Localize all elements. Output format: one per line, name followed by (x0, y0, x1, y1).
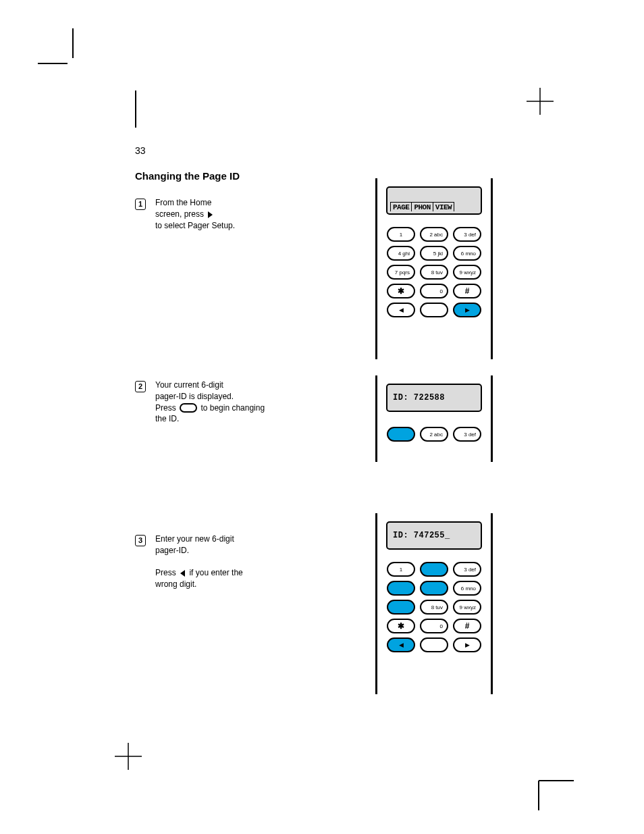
key-8-c[interactable]: 8 tuv (420, 600, 448, 615)
key-3-c[interactable]: 3 def (453, 562, 481, 577)
key-1-c[interactable]: 1 (387, 562, 415, 577)
key-7-c[interactable] (387, 600, 415, 615)
device-panel-1: PAGE PHON VIEW 1 2 abc 3 def 4 ghi 5 jkl… (375, 178, 493, 359)
keypad-3: 1 3 def 6 mno 8 tuv 9 wxyz ✱ 0 # ◀ ▶ (386, 562, 482, 652)
key-left-c[interactable]: ◀ (387, 637, 415, 652)
key-star[interactable]: ✱ (387, 284, 415, 298)
right-arrow-icon (208, 211, 213, 218)
key-star-c[interactable]: ✱ (387, 619, 415, 633)
key-right[interactable]: ▶ (453, 303, 481, 317)
lcd-screen-2: ID: 722588 (386, 384, 482, 412)
crop-mark-bl (115, 743, 142, 770)
left-arrow-icon (180, 570, 185, 577)
key-right-c[interactable]: ▶ (453, 637, 481, 652)
key-menu-c[interactable] (420, 637, 448, 652)
key-hash-c[interactable]: # (453, 619, 481, 633)
keypad-2: 2 abc 3 def (386, 427, 482, 442)
key-5-c[interactable] (420, 581, 448, 596)
key-9[interactable]: 9 wxyz (453, 265, 481, 280)
crop-mark-tl (38, 28, 78, 69)
key-5[interactable]: 5 jkl (420, 246, 448, 261)
key-4[interactable]: 4 ghi (387, 246, 415, 261)
key-1-b[interactable] (387, 427, 415, 442)
key-6[interactable]: 6 mno (453, 246, 481, 261)
lcd-screen-3: ID: 747255_ (386, 521, 482, 550)
instruction-3: 3 Enter your new 6-digit pager-ID. Press… (155, 533, 365, 590)
crop-mark-tr (527, 88, 554, 115)
page-number: 33 (135, 145, 146, 156)
key-1[interactable]: 1 (387, 227, 415, 242)
key-hash[interactable]: # (453, 284, 481, 298)
key-8[interactable]: 8 tuv (420, 265, 448, 280)
key-menu[interactable] (420, 303, 448, 317)
key-2-c[interactable] (420, 562, 448, 577)
lcd-tab-page: PAGE (390, 202, 412, 211)
key-0[interactable]: 0 (420, 284, 448, 298)
keypad-1: 1 2 abc 3 def 4 ghi 5 jkl 6 mno 7 pqrs 8… (386, 227, 482, 317)
key-7[interactable]: 7 pqrs (387, 265, 415, 280)
key-6-c[interactable]: 6 mno (453, 581, 481, 596)
key-left[interactable]: ◀ (387, 303, 415, 317)
crop-mark-inner-tl (126, 90, 146, 131)
key-2-b[interactable]: 2 abc (420, 427, 448, 442)
section-title: Changing the Page ID (135, 170, 240, 182)
key-3[interactable]: 3 def (453, 227, 481, 242)
crop-mark-br (533, 770, 574, 810)
key-4-c[interactable] (387, 581, 415, 596)
key-3-b[interactable]: 3 def (453, 427, 481, 442)
device-panel-3: ID: 747255_ 1 3 def 6 mno 8 tuv 9 wxyz ✱… (375, 513, 493, 694)
lcd-tab-phon: PHON (411, 202, 433, 211)
lcd-tab-view: VIEW (433, 202, 454, 211)
lcd-screen-1: PAGE PHON VIEW (386, 186, 482, 215)
key-9-c[interactable]: 9 wxyz (453, 600, 481, 615)
key-icon-inline (180, 403, 197, 413)
device-panel-2: ID: 722588 2 abc 3 def (375, 375, 493, 462)
instruction-1: 1 From the Home screen, press to select … (155, 197, 365, 231)
key-0-c[interactable]: 0 (420, 619, 448, 633)
key-2[interactable]: 2 abc (420, 227, 448, 242)
instruction-2: 2 Your current 6-digit pager-ID is displ… (155, 380, 365, 425)
